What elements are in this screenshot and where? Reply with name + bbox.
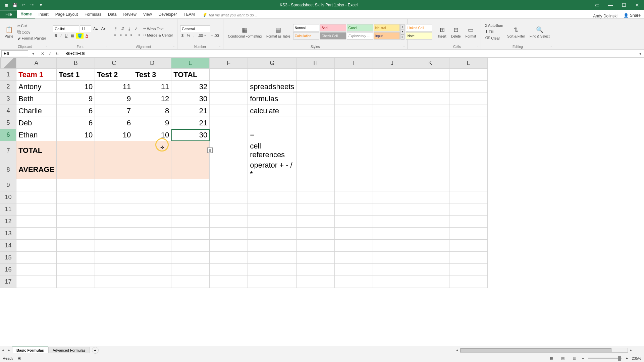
cell-H15[interactable] (297, 252, 335, 264)
cell-C4[interactable]: 7 (95, 105, 133, 117)
cell-L14[interactable] (449, 240, 488, 252)
cell-E7[interactable] (171, 141, 210, 160)
increase-indent-button[interactable]: ⇥ (136, 32, 141, 38)
cell-G4[interactable]: calculate (248, 105, 297, 117)
column-header-D[interactable]: D (133, 58, 171, 69)
cell-E16[interactable] (171, 264, 210, 276)
cell-I15[interactable] (335, 252, 373, 264)
cell-D16[interactable] (133, 264, 171, 276)
style-neutral[interactable]: Neutral (374, 24, 400, 32)
align-bottom-button[interactable]: ⭳ (126, 26, 132, 32)
fill-color-button[interactable]: 🪣 (76, 33, 84, 39)
style-good[interactable]: Good (347, 24, 373, 32)
column-header-A[interactable]: A (16, 58, 57, 69)
style-bad[interactable]: Bad (320, 24, 346, 32)
cell-E14[interactable] (171, 240, 210, 252)
cell-J17[interactable] (373, 276, 411, 288)
view-normal-button[interactable]: ▦ (548, 355, 555, 361)
cell-D8[interactable] (133, 160, 171, 179)
cell-J11[interactable] (373, 203, 411, 216)
column-header-F[interactable]: F (210, 58, 248, 69)
expand-formula-bar[interactable]: ▾ (637, 51, 644, 56)
underline-button[interactable]: U (63, 33, 69, 38)
cell-J1[interactable] (373, 69, 411, 81)
autosum-button[interactable]: ΣAutoSum (484, 23, 504, 28)
cell-F10[interactable] (210, 191, 248, 203)
wrap-text-button[interactable]: ↩Wrap Text (142, 26, 174, 32)
cell-I3[interactable] (335, 93, 373, 105)
cell-I4[interactable] (335, 105, 373, 117)
cell-L2[interactable] (449, 81, 488, 93)
cell-E8[interactable] (171, 160, 210, 179)
row-header-11[interactable]: 11 (0, 203, 16, 216)
cell-E9[interactable] (171, 179, 210, 191)
cell-A16[interactable] (16, 264, 57, 276)
cell-J8[interactable] (373, 160, 411, 179)
cell-E13[interactable] (171, 228, 210, 240)
style-calculation[interactable]: Calculation (293, 32, 319, 40)
minimize-button[interactable]: — (604, 0, 617, 10)
cell-G15[interactable] (248, 252, 297, 264)
tell-me-search[interactable]: 💡 Tell me what you want to do... (201, 11, 258, 18)
align-center-button[interactable]: ≡ (118, 33, 123, 38)
cell-C11[interactable] (95, 203, 133, 216)
cell-K10[interactable] (411, 191, 449, 203)
cell-F11[interactable] (210, 203, 248, 216)
column-header-I[interactable]: I (335, 58, 373, 69)
cell-L16[interactable] (449, 264, 488, 276)
cell-D2[interactable]: 11 (133, 81, 171, 93)
cell-H16[interactable] (297, 264, 335, 276)
merge-center-button[interactable]: ⇿Merge & Center (142, 32, 174, 38)
cell-J4[interactable] (373, 105, 411, 117)
cell-D1[interactable]: Test 3 (133, 69, 171, 81)
row-header-12[interactable]: 12 (0, 216, 16, 228)
row-header-5[interactable]: 5 (0, 117, 16, 129)
cell-B2[interactable]: 10 (57, 81, 95, 93)
fill-button[interactable]: ⬇Fill (484, 29, 504, 35)
autofill-options-icon[interactable]: ⊞ (207, 147, 213, 153)
cell-L15[interactable] (449, 252, 488, 264)
cell-A2[interactable]: Antony (16, 81, 57, 93)
cell-E12[interactable] (171, 216, 210, 228)
row-header-15[interactable]: 15 (0, 252, 16, 264)
cell-F12[interactable] (210, 216, 248, 228)
cell-K15[interactable] (411, 252, 449, 264)
cell-A15[interactable] (16, 252, 57, 264)
comma-format-button[interactable]: , (192, 33, 196, 38)
decrease-indent-button[interactable]: ⇤ (129, 32, 135, 38)
cell-D12[interactable] (133, 216, 171, 228)
cell-L8[interactable] (449, 160, 488, 179)
cell-B11[interactable] (57, 203, 95, 216)
view-page-layout-button[interactable]: ▤ (559, 355, 567, 361)
view-page-break-button[interactable]: ▥ (571, 355, 578, 361)
cell-D14[interactable] (133, 240, 171, 252)
align-left-button[interactable]: ≡ (113, 33, 117, 38)
cell-A1[interactable]: Team 1 (16, 69, 57, 81)
increase-font-button[interactable]: A▴ (92, 26, 99, 32)
cell-B3[interactable]: 9 (57, 93, 95, 105)
row-header-1[interactable]: 1 (0, 69, 16, 81)
cell-I13[interactable] (335, 228, 373, 240)
find-select-button[interactable]: 🔍Find & Select (528, 25, 551, 39)
tab-team[interactable]: TEAM (180, 10, 198, 18)
redo-icon[interactable]: ↷ (29, 2, 36, 8)
styles-scroll-down[interactable]: ▾ (400, 29, 405, 34)
cell-G5[interactable] (248, 117, 297, 129)
cell-G12[interactable] (248, 216, 297, 228)
cell-E6[interactable]: 30 (171, 129, 210, 141)
tab-data[interactable]: Data (105, 10, 120, 18)
cell-E3[interactable]: 30 (171, 93, 210, 105)
name-box[interactable] (1, 50, 28, 57)
cell-G3[interactable]: formulas (248, 93, 297, 105)
cell-I5[interactable] (335, 117, 373, 129)
cell-I8[interactable] (335, 160, 373, 179)
cell-F17[interactable] (210, 276, 248, 288)
cell-J7[interactable] (373, 141, 411, 160)
cell-A12[interactable] (16, 216, 57, 228)
cell-G8[interactable]: operator + - / * (248, 160, 297, 179)
tab-insert[interactable]: Insert (35, 10, 52, 18)
name-box-dropdown[interactable]: ▾ (30, 51, 37, 56)
cell-F5[interactable] (210, 117, 248, 129)
row-header-13[interactable]: 13 (0, 228, 16, 240)
cell-L17[interactable] (449, 276, 488, 288)
